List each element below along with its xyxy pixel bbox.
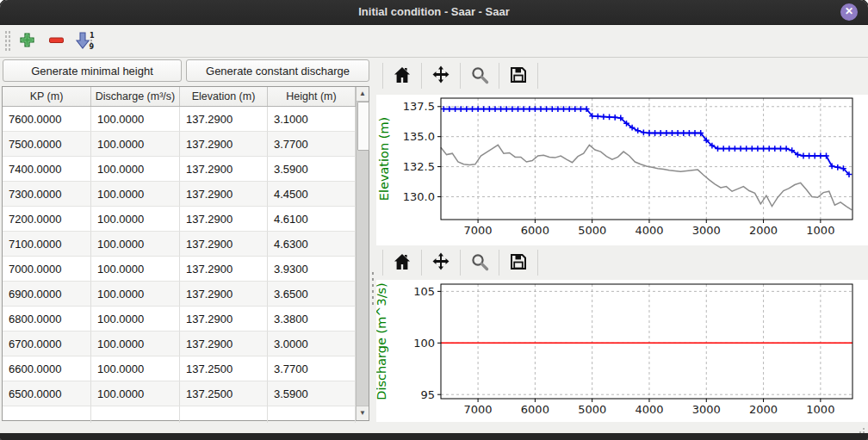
zoom-icon: [469, 65, 490, 85]
table-cell[interactable]: 100.0000: [91, 282, 180, 307]
svg-text:Elevation (m): Elevation (m): [377, 117, 391, 201]
table-cell[interactable]: 100.0000: [91, 307, 180, 332]
table-cell[interactable]: 137.2900: [180, 282, 268, 307]
table-cell[interactable]: 7200.0000: [3, 207, 91, 232]
pan-button[interactable]: [428, 63, 454, 89]
table-cell[interactable]: 100.0000: [91, 232, 180, 257]
column-header[interactable]: KP (m): [3, 87, 91, 106]
table-cell[interactable]: 6900.0000: [3, 282, 91, 307]
save-button[interactable]: [505, 63, 531, 89]
table-header-row: KP (m)Discharge (m³/s)Elevation (m)Heigh…: [3, 87, 369, 107]
discharge-chart[interactable]: 700060005000400030002000100095100105Disc…: [376, 280, 868, 422]
save-button[interactable]: [505, 250, 531, 276]
table-cell[interactable]: 100.0000: [91, 107, 180, 132]
table-cell[interactable]: [180, 406, 268, 423]
table-cell[interactable]: 137.2500: [180, 356, 268, 381]
table-cell[interactable]: 100.0000: [91, 207, 180, 232]
table-cell[interactable]: 7600.0000: [3, 107, 91, 132]
pane-splitter[interactable]: [369, 57, 376, 421]
discharge-chart-toolbar: [376, 244, 868, 282]
add-row-button[interactable]: [16, 30, 37, 51]
remove-row-button[interactable]: [46, 30, 66, 51]
svg-text:4000: 4000: [635, 224, 663, 237]
elevation-chart-panel: 7000600050004000300020001000130.0132.513…: [376, 95, 868, 245]
zoom-button[interactable]: [467, 63, 493, 89]
table-cell[interactable]: 137.2900: [180, 107, 268, 132]
table-cell[interactable]: 3.0000: [268, 332, 356, 356]
table-cell[interactable]: 137.2900: [180, 157, 268, 182]
table-cell[interactable]: 3.7700: [268, 132, 356, 157]
table-cell[interactable]: 7100.0000: [3, 232, 91, 257]
table-cell[interactable]: 100.0000: [91, 157, 180, 182]
table-cell[interactable]: 7300.0000: [3, 182, 91, 207]
svg-text:2000: 2000: [749, 224, 778, 237]
sort-rows-button[interactable]: 1 9: [73, 30, 97, 51]
table-cell[interactable]: 100.0000: [91, 356, 180, 381]
svg-text:7000: 7000: [464, 403, 493, 416]
scroll-down-button[interactable]: ▼: [356, 406, 369, 420]
table-cell[interactable]: 4.6300: [268, 232, 356, 257]
table-cell[interactable]: 7000.0000: [3, 257, 91, 282]
toolbar-drag-handle[interactable]: [4, 30, 10, 52]
table-cell[interactable]: 100.0000: [91, 257, 180, 282]
table-cell[interactable]: 137.2900: [180, 232, 268, 257]
table-cell[interactable]: [3, 406, 91, 423]
svg-text:2000: 2000: [749, 403, 778, 416]
table-cell[interactable]: 6500.0000: [3, 381, 91, 406]
close-button[interactable]: ✕: [840, 3, 858, 21]
home-button[interactable]: [389, 63, 415, 89]
table-cell[interactable]: 6800.0000: [3, 307, 91, 332]
title-bar[interactable]: Initial condition - Saar - Saar ✕: [0, 0, 868, 25]
table-cell[interactable]: 3.9300: [268, 257, 356, 282]
toolbar-separator: [460, 63, 461, 89]
table-cell[interactable]: 137.2900: [180, 132, 268, 157]
generate-constant-discharge-button[interactable]: Generate constant discharge: [186, 59, 369, 82]
zoom-button[interactable]: [467, 250, 493, 276]
table-cell[interactable]: 3.3800: [268, 307, 356, 332]
table-cell[interactable]: 4.4500: [268, 182, 356, 207]
scrollbar-thumb[interactable]: [357, 102, 369, 151]
svg-text:1000: 1000: [806, 403, 834, 416]
table-row: 6900.0000100.0000137.29003.6500: [3, 282, 369, 307]
table-cell[interactable]: 100.0000: [91, 132, 180, 157]
home-icon: [392, 65, 412, 85]
table-cell[interactable]: 3.7700: [268, 356, 356, 381]
resize-grip[interactable]: [856, 425, 865, 433]
column-header[interactable]: Elevation (m): [180, 87, 268, 106]
svg-text:100: 100: [413, 337, 435, 350]
table-cell[interactable]: 137.2900: [180, 307, 268, 332]
table-cell[interactable]: 7400.0000: [3, 157, 91, 182]
table-cell[interactable]: 6600.0000: [3, 356, 91, 381]
table-cell[interactable]: 3.6500: [268, 282, 356, 307]
table-cell[interactable]: 100.0000: [91, 381, 180, 406]
table-cell[interactable]: 137.2900: [180, 207, 268, 232]
table-cell[interactable]: 4.6100: [268, 207, 356, 232]
scroll-up-button[interactable]: ▲: [356, 87, 369, 102]
table-cell[interactable]: 100.0000: [91, 332, 180, 356]
window-bottom-edge: [0, 433, 868, 440]
table-cell[interactable]: 137.2900: [180, 182, 268, 207]
table-cell[interactable]: 137.2900: [180, 257, 268, 282]
elevation-chart[interactable]: 7000600050004000300020001000130.0132.513…: [376, 95, 868, 245]
plus-icon: [19, 32, 35, 48]
generate-minimal-height-button[interactable]: Generate minimal height: [3, 59, 182, 82]
table-cell[interactable]: [268, 406, 356, 423]
table-cell[interactable]: 3.1000: [268, 107, 356, 132]
table-cell[interactable]: [91, 406, 180, 423]
table-cell[interactable]: 3.5900: [268, 157, 356, 182]
table-cell[interactable]: 6700.0000: [3, 332, 91, 356]
home-button[interactable]: [389, 250, 415, 276]
svg-text:135.0: 135.0: [403, 130, 435, 143]
table-cell[interactable]: 100.0000: [91, 182, 180, 207]
svg-text:6000: 6000: [521, 224, 549, 237]
initial-condition-window: Initial condition - Saar - Saar ✕ 1 9: [0, 0, 868, 440]
pan-button[interactable]: [428, 250, 454, 276]
table-cell[interactable]: 3.5900: [268, 381, 356, 406]
column-header[interactable]: Height (m): [268, 87, 356, 106]
table-scrollbar[interactable]: ▲ ▼: [356, 87, 369, 420]
table-cell[interactable]: 7500.0000: [3, 132, 91, 157]
table-cell[interactable]: 137.2900: [180, 332, 268, 356]
toolbar-separator: [460, 250, 461, 276]
column-header[interactable]: Discharge (m³/s): [91, 87, 180, 106]
table-cell[interactable]: 137.2500: [180, 381, 268, 406]
